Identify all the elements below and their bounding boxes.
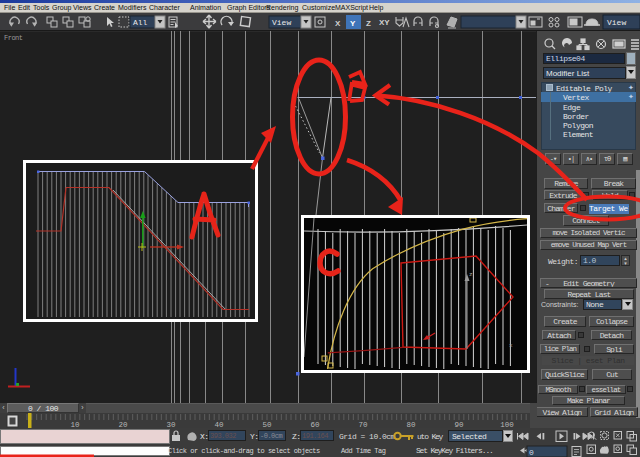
svg-text:x: x <box>509 342 513 349</box>
svg-text:X: X <box>335 19 341 28</box>
svg-text:60: 60 <box>310 421 320 428</box>
svg-text:0: 0 <box>529 448 534 457</box>
svg-text:30: 30 <box>166 421 176 428</box>
svg-text:40: 40 <box>214 421 224 428</box>
svg-text:Z: Z <box>366 19 371 28</box>
svg-text:10: 10 <box>70 421 80 428</box>
svg-text:50: 50 <box>262 421 272 428</box>
svg-text:View: View <box>272 18 291 27</box>
svg-text:90: 90 <box>454 421 464 428</box>
svg-text:z: z <box>469 271 473 278</box>
svg-text:100: 100 <box>500 421 514 428</box>
svg-text:All: All <box>133 18 148 27</box>
svg-text:20: 20 <box>118 421 128 428</box>
svg-text:80: 80 <box>406 421 416 428</box>
svg-text:XY: XY <box>379 18 390 27</box>
svg-text:70: 70 <box>358 421 368 428</box>
svg-text:View: View <box>607 18 626 27</box>
svg-text:Y: Y <box>350 19 356 28</box>
